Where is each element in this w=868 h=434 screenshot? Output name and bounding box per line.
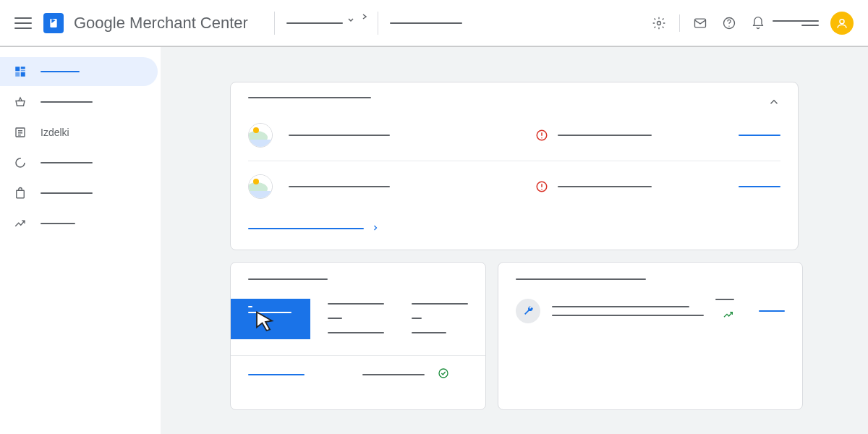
sidebar-item-products[interactable]: Izdelki (0, 118, 158, 147)
divider (274, 12, 275, 35)
app-title: Google Merchant Center (74, 14, 248, 32)
sidebar-item-overview[interactable] (0, 57, 158, 86)
app-header: Google Merchant Center (0, 0, 868, 46)
error-icon (535, 179, 549, 194)
divider (679, 14, 680, 32)
trend-icon (13, 216, 27, 231)
help-icon[interactable] (715, 9, 744, 38)
menu-icon[interactable] (14, 14, 32, 32)
pending-row[interactable] (248, 110, 780, 161)
chevron-right-icon (371, 222, 380, 235)
product-thumbnail-icon (248, 123, 273, 148)
error-icon (535, 128, 549, 142)
sidebar-item-label (41, 223, 75, 224)
svg-rect-6 (15, 67, 20, 71)
bag-icon (13, 186, 27, 200)
svg-rect-13 (17, 190, 25, 198)
svg-rect-10 (21, 72, 25, 77)
insight-action-link[interactable] (759, 310, 785, 312)
overview-footer-link[interactable] (248, 374, 305, 375)
svg-point-18 (439, 369, 448, 378)
pending-row-label (289, 186, 390, 187)
avatar[interactable] (830, 12, 854, 35)
pending-tasks-card (230, 82, 799, 250)
mail-icon[interactable] (686, 9, 715, 38)
donut-icon (13, 156, 27, 170)
svg-point-1 (658, 21, 661, 25)
sidebar-item-label (41, 101, 93, 103)
pending-row-status (558, 186, 652, 187)
pending-row-action-link[interactable] (739, 186, 780, 187)
svg-rect-7 (21, 67, 25, 69)
pending-row[interactable] (248, 161, 780, 212)
pending-row-status (558, 135, 652, 136)
overview-column (412, 299, 468, 333)
app-logo[interactable] (43, 13, 64, 33)
sidebar: Izdelki (0, 47, 161, 434)
product-thumbnail-icon (248, 174, 273, 199)
svg-point-5 (840, 19, 844, 23)
svg-point-15 (541, 137, 542, 139)
sidebar-item-label (41, 71, 80, 72)
check-circle-icon (438, 367, 449, 382)
pending-card-footer-link[interactable] (231, 212, 798, 250)
sidebar-item-label (41, 162, 93, 163)
dashboard-icon (13, 64, 27, 79)
sidebar-item-label: Izdelki (41, 127, 69, 138)
divider (378, 12, 378, 35)
svg-rect-9 (15, 72, 20, 77)
overview-column (328, 299, 384, 333)
sidebar-item-basket[interactable] (0, 88, 158, 116)
pending-row-label (289, 135, 390, 136)
sidebar-item-growth[interactable] (0, 209, 158, 238)
svg-point-17 (541, 189, 542, 190)
trend-up-icon (723, 309, 734, 323)
overview-active-tab[interactable] (231, 299, 310, 339)
collapse-icon[interactable] (767, 95, 780, 111)
notifications-icon[interactable] (744, 9, 773, 38)
sidebar-item-shopping[interactable] (0, 179, 158, 208)
sidebar-item-label (41, 192, 93, 194)
settings-icon[interactable] (644, 9, 673, 38)
overview-card (230, 262, 486, 410)
pending-row-action-link[interactable] (739, 135, 780, 136)
svg-point-4 (728, 25, 729, 26)
main-content (161, 47, 868, 434)
svg-rect-2 (695, 19, 706, 27)
cursor-icon (252, 309, 278, 335)
account-name-placeholder (773, 20, 819, 26)
list-icon (13, 125, 27, 140)
card-title (516, 278, 646, 280)
svg-rect-8 (21, 70, 25, 72)
header-search-placeholder[interactable] (390, 22, 477, 24)
svg-point-12 (16, 158, 25, 167)
sidebar-item-performance[interactable] (0, 148, 158, 177)
card-title (248, 97, 371, 98)
basket-icon (13, 95, 27, 109)
insight-card (498, 262, 803, 410)
wrench-icon (516, 299, 540, 323)
account-selector[interactable] (286, 20, 366, 27)
